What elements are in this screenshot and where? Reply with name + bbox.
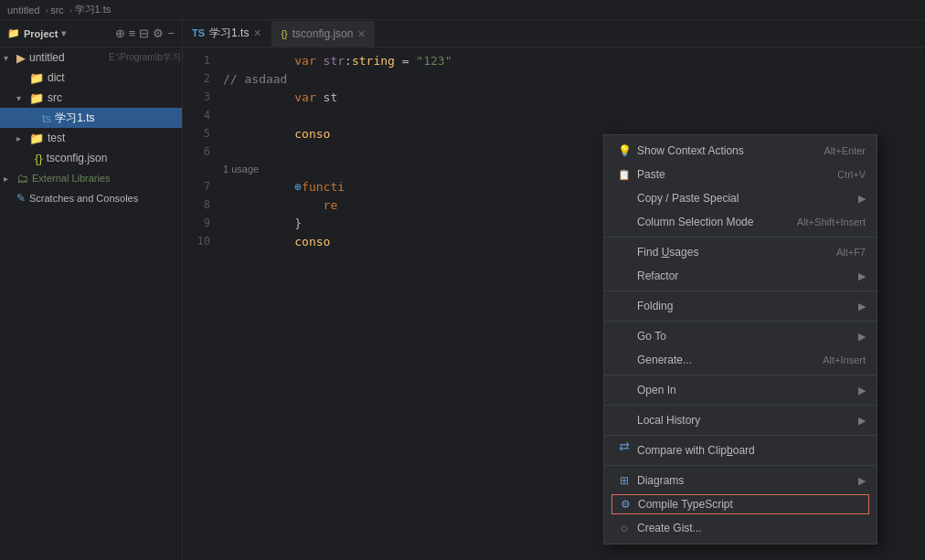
sidebar-header-icons: ⊕ ≡ ⊟ ⚙ − (115, 26, 175, 40)
tab-close-tsconfig[interactable]: ✕ (357, 28, 366, 40)
add-icon[interactable]: ⊕ (115, 26, 125, 40)
editor-area: TS 学习1.ts ✕ {} tsconfig.json ✕ 1 var str… (183, 20, 925, 560)
tree-item-test[interactable]: ▸ 📁 test (0, 128, 182, 148)
copy-paste-arrow: ▶ (858, 193, 866, 205)
tree-item-external[interactable]: ▸ 🗂 External Libraries (0, 168, 182, 188)
settings-icon[interactable]: ⚙ (153, 26, 164, 40)
collapse-icon[interactable]: ⊟ (139, 26, 149, 40)
tree-item-xuexi[interactable]: ts 学习1.ts (0, 108, 182, 128)
dropdown-icon: ▾ (61, 28, 66, 38)
tree-item-scratches[interactable]: ✎ Scratches and Consoles (0, 188, 182, 208)
line-num-2: 2 (183, 72, 219, 85)
list-icon[interactable]: ≡ (129, 26, 136, 40)
divider-3 (604, 321, 877, 322)
sidebar-title: 📁 Project ▾ (7, 27, 66, 39)
file-ts-icon: ts (42, 111, 51, 125)
tree-item-dict[interactable]: 📁 dict (0, 68, 182, 88)
line-num-3: 3 (183, 90, 219, 103)
tab-label-xuexi: 学习1.ts (209, 26, 249, 41)
tab-xuexi-ts[interactable]: TS 学习1.ts ✕ (183, 21, 271, 47)
tab-close-xuexi[interactable]: ✕ (253, 27, 261, 39)
show-context-label: Show Context Actions (637, 144, 816, 157)
divider-7 (604, 465, 877, 466)
title-bar: untitled › src › 学习1.ts (0, 0, 925, 20)
menu-item-find-usages[interactable]: Find Usages Alt+F7 (604, 240, 877, 264)
menu-item-compile-ts[interactable]: ⚙ Compile TypeScript (604, 492, 877, 516)
tab-bar: TS 学习1.ts ✕ {} tsconfig.json ✕ (183, 20, 925, 48)
show-context-icon: 💡 (615, 144, 633, 157)
line-content-3: var st (219, 77, 337, 118)
external-icon: 🗂 (16, 172, 28, 185)
menu-item-go-to[interactable]: Go To ▶ (604, 324, 877, 348)
go-to-label: Go To (637, 330, 851, 343)
find-usages-shortcut: Alt+F7 (836, 247, 866, 258)
menu-item-generate[interactable]: Generate... Alt+Insert (604, 348, 877, 372)
divider-4 (604, 375, 877, 375)
sidebar-title-label: Project (24, 28, 58, 39)
project-icon: 📁 (7, 27, 20, 39)
divider-1 (604, 237, 877, 238)
arrow-src: ▾ (16, 93, 26, 103)
code-line-3: 3 var st (183, 88, 925, 106)
compare-label: Compare with Clipboard (637, 444, 866, 457)
line-num-1: 1 (183, 54, 219, 67)
tree-label-tsconfig: tsconfig.json (47, 152, 182, 164)
local-history-arrow: ▶ (858, 415, 866, 427)
compare-icon: ⇅ (617, 441, 632, 460)
paste-shortcut: Ctrl+V (837, 169, 866, 180)
copy-paste-label: Copy / Paste Special (637, 192, 851, 205)
compile-ts-box[interactable]: ⚙ Compile TypeScript (611, 494, 869, 514)
tab-tsconfig-json[interactable]: {} tsconfig.json ✕ (271, 21, 376, 47)
title-part-file: 学习1.ts (75, 3, 112, 16)
tab-label-tsconfig: tsconfig.json (292, 27, 354, 40)
line-num-8: 8 (183, 198, 219, 211)
divider-6 (604, 435, 877, 436)
tree-item-src[interactable]: ▾ 📁 src (0, 88, 182, 108)
folder-test-icon: 📁 (29, 132, 44, 145)
menu-item-compare-clipboard[interactable]: ⇅ Compare with Clipboard (604, 438, 877, 462)
paste-label: Paste (637, 168, 830, 181)
tree-item-tsconfig[interactable]: {} tsconfig.json (0, 148, 182, 168)
compile-ts-icon: ⚙ (616, 498, 634, 511)
context-menu: 💡 Show Context Actions Alt+Enter 📋 Paste… (603, 134, 877, 544)
menu-item-open-in[interactable]: Open In ▶ (604, 378, 877, 402)
menu-item-local-history[interactable]: Local History ▶ (604, 408, 877, 432)
find-usages-label: Find Usages (637, 246, 829, 259)
diagrams-icon: ⊞ (615, 474, 633, 487)
line-content-10: conso (219, 221, 330, 262)
line-num-5: 5 (183, 127, 219, 140)
menu-item-folding[interactable]: Folding ▶ (604, 294, 877, 318)
open-in-label: Open In (637, 384, 851, 396)
tree-label-test: test (48, 132, 182, 144)
line-num-6: 6 (183, 145, 219, 158)
title-part-src: src (50, 5, 64, 16)
tree-label-external: External Libraries (32, 173, 182, 184)
folder-icon: ▶ (16, 51, 26, 65)
arrow-ext: ▸ (4, 174, 13, 184)
tab-ts-icon: TS (192, 27, 205, 38)
tree-label-xuexi: 学习1.ts (55, 111, 182, 126)
minimize-icon[interactable]: − (167, 26, 175, 40)
line-num-9: 9 (183, 217, 219, 229)
menu-item-paste[interactable]: 📋 Paste Ctrl+V (604, 163, 877, 186)
menu-item-column-select[interactable]: Column Selection Mode Alt+Shift+Insert (604, 210, 877, 234)
show-context-shortcut: Alt+Enter (824, 145, 866, 156)
menu-item-copy-paste-special[interactable]: Copy / Paste Special ▶ (604, 186, 877, 210)
menu-item-show-context[interactable]: 💡 Show Context Actions Alt+Enter (604, 139, 877, 163)
generate-shortcut: Alt+Insert (823, 354, 866, 365)
menu-item-create-gist[interactable]: ○ Create Gist... (604, 516, 877, 540)
line-num-4: 4 (183, 109, 219, 122)
tree-label-scratches: Scratches and Consoles (29, 193, 182, 204)
tree-item-untitled[interactable]: ▾ ▶ untitled E:\Program\b学习... (0, 48, 182, 68)
create-gist-icon: ○ (615, 521, 633, 535)
tab-json-icon: {} (281, 28, 287, 39)
code-area[interactable]: 1 var str:string = "123" 2 // asdaad 3 v… (183, 48, 925, 560)
paste-icon: 📋 (615, 169, 633, 181)
refactor-label: Refactor (637, 269, 851, 282)
diagrams-arrow: ▶ (858, 475, 866, 487)
scratches-icon: ✎ (16, 192, 26, 205)
menu-item-refactor[interactable]: Refactor ▶ (604, 264, 877, 288)
menu-item-diagrams[interactable]: ⊞ Diagrams ▶ (604, 469, 877, 492)
compile-ts-label: Compile TypeScript (638, 498, 865, 511)
refactor-arrow: ▶ (858, 270, 866, 282)
